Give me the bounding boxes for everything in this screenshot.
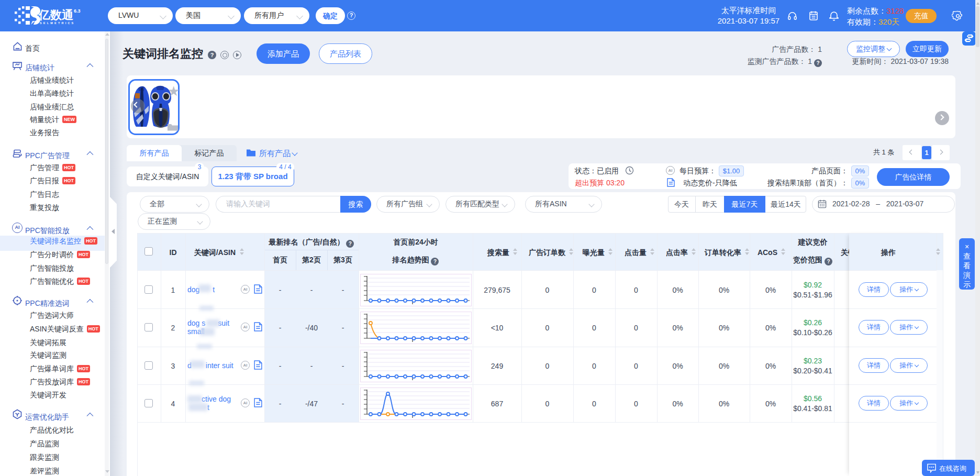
- svg-text:亿数通: 亿数通: [38, 8, 74, 21]
- svg-text:6.3: 6.3: [74, 8, 81, 14]
- svg-text:SELMETRICS: SELMETRICS: [40, 21, 75, 25]
